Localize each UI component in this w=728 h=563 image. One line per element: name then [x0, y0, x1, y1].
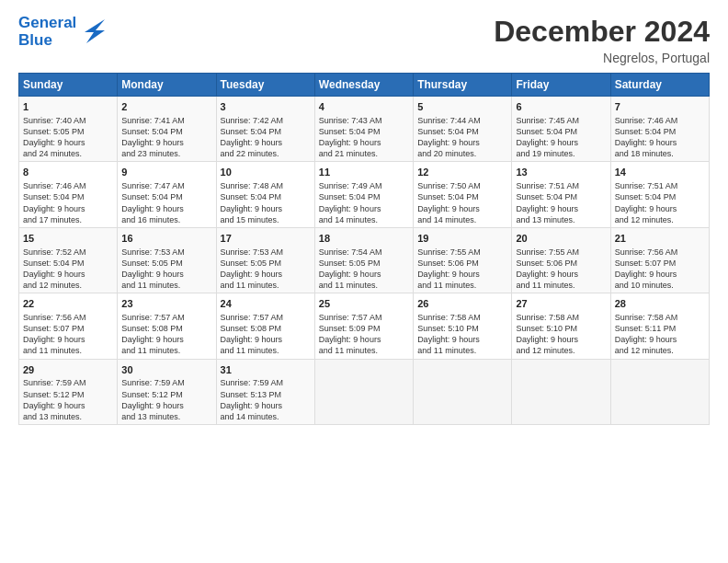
day-info: Sunrise: 7:46 AM: [23, 180, 113, 191]
day-info: Daylight: 9 hours: [319, 269, 409, 280]
calendar-cell: 8Sunrise: 7:46 AMSunset: 5:04 PMDaylight…: [19, 162, 118, 227]
day-info: Sunset: 5:13 PM: [221, 389, 311, 400]
day-info: Sunset: 5:05 PM: [121, 258, 211, 269]
day-info: and 10 minutes.: [615, 280, 705, 291]
day-number: 7: [615, 100, 705, 114]
day-info: and 21 minutes.: [319, 148, 409, 159]
calendar-week-1: 1Sunrise: 7:40 AMSunset: 5:05 PMDaylight…: [19, 97, 710, 162]
day-info: Daylight: 9 hours: [319, 137, 409, 148]
calendar-cell: 31Sunrise: 7:59 AMSunset: 5:13 PMDayligh…: [216, 359, 314, 424]
day-info: Sunrise: 7:55 AM: [516, 247, 606, 258]
day-number: 30: [121, 363, 211, 377]
day-info: Sunset: 5:08 PM: [221, 323, 311, 334]
calendar-cell: 10Sunrise: 7:48 AMSunset: 5:04 PMDayligh…: [216, 162, 314, 227]
day-info: Sunset: 5:07 PM: [615, 258, 705, 269]
day-number: 25: [319, 297, 409, 311]
day-info: Sunrise: 7:58 AM: [417, 312, 507, 323]
day-info: Sunset: 5:07 PM: [23, 323, 113, 334]
day-info: Daylight: 9 hours: [221, 203, 311, 214]
day-info: Sunrise: 7:56 AM: [23, 312, 113, 323]
day-info: Sunrise: 7:51 AM: [516, 180, 606, 191]
day-info: Daylight: 9 hours: [615, 334, 705, 345]
day-number: 22: [23, 297, 113, 311]
day-info: Sunset: 5:04 PM: [615, 126, 705, 137]
day-info: Sunrise: 7:44 AM: [417, 115, 507, 126]
calendar-cell: 7Sunrise: 7:46 AMSunset: 5:04 PMDaylight…: [610, 97, 709, 162]
day-info: and 11 minutes.: [417, 280, 507, 291]
day-info: Daylight: 9 hours: [417, 269, 507, 280]
day-number: 13: [516, 166, 606, 179]
day-info: and 19 minutes.: [516, 148, 606, 159]
day-info: Sunrise: 7:53 AM: [221, 247, 311, 258]
header: General Blue December 2024 Negrelos, Por…: [18, 15, 710, 65]
day-info: Sunrise: 7:57 AM: [121, 312, 211, 323]
subtitle: Negrelos, Portugal: [494, 51, 710, 65]
calendar-week-2: 8Sunrise: 7:46 AMSunset: 5:04 PMDaylight…: [19, 162, 710, 227]
calendar-cell: 20Sunrise: 7:55 AMSunset: 5:06 PMDayligh…: [512, 227, 610, 293]
calendar-header-row: SundayMondayTuesdayWednesdayThursdayFrid…: [19, 74, 710, 97]
day-number: 10: [221, 166, 311, 179]
header-day-wednesday: Wednesday: [314, 74, 413, 97]
header-day-saturday: Saturday: [610, 74, 709, 97]
logo-line2: Blue: [18, 32, 76, 50]
logo-line1: General: [18, 15, 76, 32]
calendar-cell: 24Sunrise: 7:57 AMSunset: 5:08 PMDayligh…: [216, 293, 314, 359]
day-number: 19: [417, 232, 507, 246]
header-day-sunday: Sunday: [19, 74, 118, 97]
day-info: and 11 minutes.: [121, 280, 211, 291]
day-info: Daylight: 9 hours: [615, 137, 705, 148]
calendar-week-3: 15Sunrise: 7:52 AMSunset: 5:04 PMDayligh…: [19, 227, 710, 293]
day-info: Sunrise: 7:57 AM: [319, 312, 409, 323]
day-info: Daylight: 9 hours: [23, 334, 113, 345]
day-info: Sunrise: 7:57 AM: [221, 312, 311, 323]
page: General Blue December 2024 Negrelos, Por…: [0, 0, 728, 563]
day-info: Sunrise: 7:41 AM: [121, 115, 211, 126]
day-info: Sunset: 5:04 PM: [319, 191, 409, 202]
day-info: Sunrise: 7:58 AM: [615, 312, 705, 323]
day-number: 8: [23, 166, 113, 179]
day-info: and 11 minutes.: [221, 345, 311, 356]
day-info: Sunset: 5:10 PM: [516, 323, 606, 334]
day-info: Sunrise: 7:42 AM: [221, 115, 311, 126]
day-info: Sunrise: 7:45 AM: [516, 115, 606, 126]
calendar-cell: 12Sunrise: 7:50 AMSunset: 5:04 PMDayligh…: [414, 162, 512, 227]
day-info: Sunrise: 7:58 AM: [516, 312, 606, 323]
day-info: Sunrise: 7:59 AM: [23, 377, 113, 388]
day-info: and 12 minutes.: [615, 214, 705, 225]
day-info: Sunset: 5:10 PM: [417, 323, 507, 334]
day-info: Sunset: 5:09 PM: [319, 323, 409, 334]
logo: General Blue: [18, 15, 108, 49]
day-info: Sunset: 5:11 PM: [615, 323, 705, 334]
day-info: and 13 minutes.: [23, 411, 113, 422]
day-info: Sunrise: 7:47 AM: [121, 180, 211, 191]
calendar-cell: 22Sunrise: 7:56 AMSunset: 5:07 PMDayligh…: [19, 293, 118, 359]
calendar-cell: 18Sunrise: 7:54 AMSunset: 5:05 PMDayligh…: [314, 227, 413, 293]
day-number: 2: [121, 100, 211, 114]
day-info: Daylight: 9 hours: [121, 137, 211, 148]
day-number: 11: [319, 166, 409, 179]
day-info: Daylight: 9 hours: [221, 400, 311, 411]
day-info: and 11 minutes.: [516, 280, 606, 291]
day-info: and 12 minutes.: [23, 280, 113, 291]
day-info: Daylight: 9 hours: [221, 137, 311, 148]
day-info: Daylight: 9 hours: [516, 137, 606, 148]
day-info: and 14 minutes.: [417, 214, 507, 225]
calendar-cell: 5Sunrise: 7:44 AMSunset: 5:04 PMDaylight…: [414, 97, 512, 162]
calendar-cell: 3Sunrise: 7:42 AMSunset: 5:04 PMDaylight…: [216, 97, 314, 162]
header-day-friday: Friday: [512, 74, 610, 97]
calendar-cell: 19Sunrise: 7:55 AMSunset: 5:06 PMDayligh…: [414, 227, 512, 293]
day-info: and 16 minutes.: [121, 214, 211, 225]
title-block: December 2024 Negrelos, Portugal: [494, 15, 710, 65]
day-info: Daylight: 9 hours: [319, 334, 409, 345]
day-info: Sunrise: 7:40 AM: [23, 115, 113, 126]
day-info: and 12 minutes.: [615, 345, 705, 356]
day-info: Daylight: 9 hours: [23, 203, 113, 214]
day-number: 16: [121, 232, 211, 246]
day-number: 27: [516, 297, 606, 311]
day-info: and 17 minutes.: [23, 214, 113, 225]
day-info: Sunset: 5:04 PM: [221, 191, 311, 202]
day-info: Daylight: 9 hours: [221, 269, 311, 280]
day-info: Daylight: 9 hours: [417, 334, 507, 345]
day-info: and 18 minutes.: [615, 148, 705, 159]
calendar-cell: 15Sunrise: 7:52 AMSunset: 5:04 PMDayligh…: [19, 227, 118, 293]
